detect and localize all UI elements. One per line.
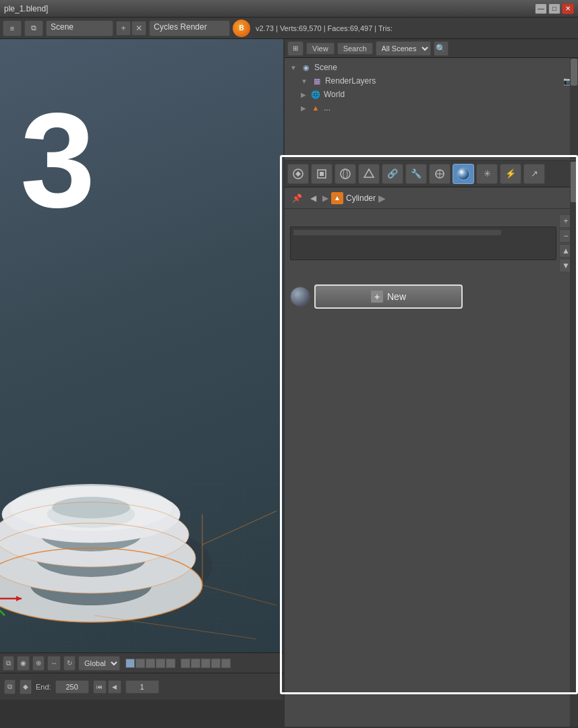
object-props-button[interactable] [358,164,380,184]
scene-expand-arrow: ▼ [290,64,297,71]
pin-icon: 📌 [290,191,304,205]
breadcrumb-separator-1: ▶ [322,193,328,203]
scene-props-button[interactable] [311,164,333,184]
outliner-content: ▼ ◉ Scene ▼ ▦ RenderLayers 📷 ▶ 🌐 World ▶… [285,58,578,117]
window-controls: — □ ✕ [535,3,574,14]
top-toolbar: ≡ ⧉ Scene + ✕ Cycles Render B v2.73 | Ve… [0,18,578,39]
layer-cell-5[interactable] [166,659,175,668]
window-title: ple_1.blend] [4,4,48,13]
blender-logo: B [233,20,250,37]
timeline-bar: ⧉ ◆ End: ⏮ ◀ [0,673,283,700]
scene-selector[interactable]: Scene [46,20,113,36]
properties-icon-bar: 🔗 🔧 ✳ ⚡ ↗ [285,160,578,187]
breadcrumb-object: ▲ Cylinder [331,192,376,204]
rotate-button[interactable]: ↻ [63,656,76,671]
blender-menu-button[interactable]: ≡ [3,20,22,36]
keyframe-button[interactable]: ◆ [20,679,32,694]
layer-cell-8[interactable] [201,659,210,668]
material-slot-row: + − ▲ ▼ [290,214,573,272]
renderlayers-expand-arrow: ▼ [301,78,308,85]
nav-back-icon[interactable]: ◀ [306,191,320,205]
current-frame-input[interactable] [125,680,159,694]
outliner-search-button[interactable]: 🔍 [434,41,449,56]
material-preview-sphere [290,286,310,307]
outliner-header-icon[interactable]: ⊞ [287,41,304,56]
jump-start-button[interactable]: ⏮ [93,680,107,694]
material-props-button[interactable] [453,164,474,184]
playback-controls: ⏮ ◀ [93,680,121,694]
layer-cell-1[interactable] [125,659,135,668]
object-label: ... [324,103,330,113]
object-expand-arrow: ▶ [301,104,306,112]
viewport-toolbar: ⧉ ◉ ⊕ ↔ ↻ Global [0,653,283,673]
outliner-world-item[interactable]: ▶ 🌐 World [285,88,578,101]
layer-cell-7[interactable] [191,659,200,668]
svg-point-31 [343,169,347,179]
3d-viewport[interactable]: 3 [0,39,283,700]
end-label: End: [36,683,51,691]
material-slot-list[interactable] [290,226,556,260]
stats-display: v2.73 | Verts:69,570 | Faces:69,497 | Tr… [256,24,393,32]
view-menu-button[interactable]: View [306,42,335,55]
constraint-props-button[interactable]: 🔗 [382,164,403,184]
svg-point-30 [341,169,350,179]
select-mode-button[interactable]: ◉ [17,656,30,671]
physics-props-button[interactable]: ↗ [523,164,545,184]
object-breadcrumb-label: Cylinder [346,193,376,203]
transform-orientation-selector[interactable]: Global [78,656,120,671]
all-scenes-selector[interactable]: All Scenes [376,41,431,56]
close-button[interactable]: ✕ [562,3,574,14]
layer-cell-4[interactable] [156,659,165,668]
breadcrumb-separator-2: ▶ [378,193,386,204]
properties-scrollbar-thumb[interactable] [571,162,577,202]
layer-cell-3[interactable] [146,659,155,668]
particles-props-button[interactable]: ⚡ [500,164,521,184]
maximize-button[interactable]: □ [548,3,560,14]
title-bar: ple_1.blend] — □ ✕ [0,0,578,18]
outliner-toolbar: ⊞ View Search All Scenes 🔍 [285,39,578,58]
object-breadcrumb-icon: ▲ [331,192,343,204]
outliner-panel: ⊞ View Search All Scenes 🔍 ▼ ◉ Scene ▼ ▦… [283,39,578,160]
timeline-menu-button[interactable]: ⧉ [4,679,16,694]
remove-scene-button[interactable]: ✕ [132,21,146,36]
new-button-plus-icon: + [371,291,383,303]
minimize-button[interactable]: — [535,3,547,14]
data-props-button[interactable] [429,164,451,184]
layer-cell-10[interactable] [221,659,231,668]
cursor-button[interactable]: ⊕ [32,656,45,671]
renderlayers-label: RenderLayers [325,76,376,86]
layer-cell-2[interactable] [136,659,145,668]
layer-cell-6[interactable] [181,659,190,668]
new-material-button[interactable]: + New [314,284,463,309]
prev-keyframe-button[interactable]: ◀ [108,680,121,694]
svg-marker-32 [364,169,374,177]
texture-props-button[interactable]: ✳ [476,164,498,184]
modifier-props-button[interactable]: 🔧 [405,164,427,184]
add-scene-button[interactable]: + [116,21,131,36]
layer-cell-9[interactable] [211,659,221,668]
properties-panel: 🔗 🔧 ✳ ⚡ ↗ 📌 ◀ [283,160,578,727]
svg-rect-29 [320,172,324,176]
end-frame-input[interactable] [55,680,89,694]
outliner-renderlayers-item[interactable]: ▼ ▦ RenderLayers 📷 [285,74,578,88]
new-material-area: + New [285,282,578,311]
render-engine-selector[interactable]: Cycles Render [149,20,230,36]
material-slot-area: + − ▲ ▼ [285,209,578,282]
3d-object-svg [0,349,283,659]
view-type-button[interactable]: ⧉ [24,20,43,36]
new-button-label: New [387,291,406,302]
empty-slot-line [293,230,501,235]
world-props-button[interactable] [335,164,356,184]
outliner-scrollbar[interactable] [570,58,578,159]
outliner-scrollbar-thumb[interactable] [571,59,577,86]
outliner-object-item[interactable]: ▶ ▲ ... [285,101,578,115]
search-menu-button[interactable]: Search [337,42,373,55]
breadcrumb-bar: 📌 ◀ ▶ ▲ Cylinder ▶ [285,187,578,209]
world-expand-arrow: ▶ [301,91,306,98]
outliner-scene-item[interactable]: ▼ ◉ Scene [285,61,578,74]
step-number: 3 [20,93,95,228]
viewport-menu-button[interactable]: ⧉ [3,656,14,671]
properties-scrollbar[interactable] [570,160,578,727]
render-props-button[interactable] [287,164,309,184]
move-button[interactable]: ↔ [47,656,61,671]
